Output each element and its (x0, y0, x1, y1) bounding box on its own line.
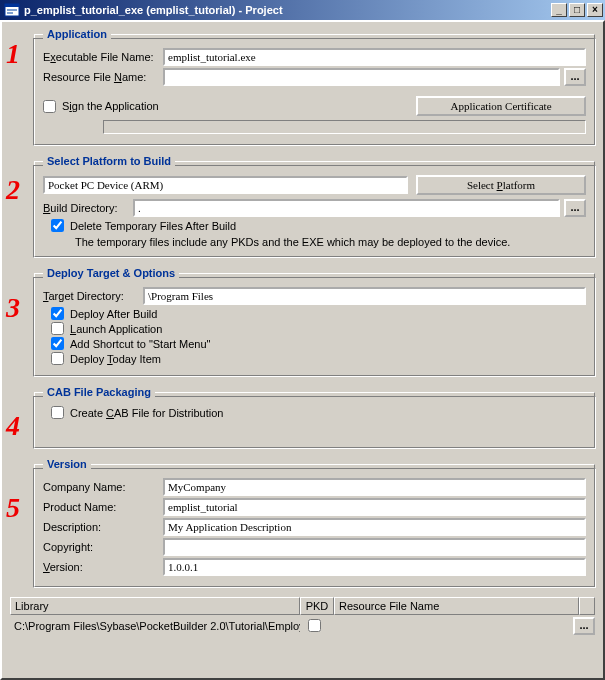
row-browse-button[interactable]: ... (573, 617, 595, 635)
deploy-after-label: Deploy After Build (70, 308, 157, 320)
annotation-5: 5 (6, 492, 20, 524)
create-cab-label: Create CAB File for Distribution (70, 407, 223, 419)
sign-progress (103, 120, 586, 134)
table-row[interactable]: C:\Program Files\Sybase\PocketBuilder 2.… (10, 615, 595, 637)
product-label: Product Name: (43, 501, 163, 513)
desc-label: Description: (43, 521, 163, 533)
target-dir-label: Target Directory: (43, 290, 143, 302)
close-button[interactable]: × (587, 3, 603, 17)
cell-resource (334, 624, 573, 628)
delete-temp-label: Delete Temporary Files After Build (70, 220, 236, 232)
today-label: Deploy Today Item (70, 353, 161, 365)
build-dir-browse-button[interactable]: ... (564, 199, 586, 217)
version-input[interactable] (163, 558, 586, 576)
sign-app-checkbox[interactable] (43, 100, 56, 113)
minimize-button[interactable]: _ (551, 3, 567, 17)
create-cab-checkbox[interactable] (51, 406, 64, 419)
platform-group: Select Platform to Build Select Platform… (34, 155, 595, 257)
cell-pkd-checkbox[interactable] (308, 619, 321, 632)
launch-app-checkbox[interactable] (51, 322, 64, 335)
temp-note: The temporary files include any PKDs and… (43, 236, 586, 248)
svg-rect-1 (5, 4, 19, 7)
exe-file-input[interactable] (163, 48, 586, 66)
target-dir-input[interactable] (143, 287, 586, 305)
deploy-legend: Deploy Target & Options (43, 267, 179, 279)
maximize-button[interactable]: □ (569, 3, 585, 17)
desc-input[interactable] (163, 518, 586, 536)
resource-browse-button[interactable]: ... (564, 68, 586, 86)
resource-file-input[interactable] (163, 68, 560, 86)
sign-app-label: Sign the Application (62, 100, 159, 112)
launch-app-label: Launch Application (70, 323, 162, 335)
copyright-label: Copyright: (43, 541, 163, 553)
application-legend: Application (43, 28, 111, 40)
app-certificate-button[interactable]: Application Certificate (416, 96, 586, 116)
platform-display (43, 176, 408, 194)
version-label: Version: (43, 561, 163, 573)
th-resource[interactable]: Resource File Name (334, 597, 579, 615)
version-group: Version Company Name: Product Name: Desc… (34, 458, 595, 587)
delete-temp-checkbox[interactable] (51, 219, 64, 232)
annotation-2: 2 (6, 174, 20, 206)
product-input[interactable] (163, 498, 586, 516)
th-pkd[interactable]: PKD (300, 597, 334, 615)
annotation-4: 4 (6, 410, 20, 442)
resource-file-label: Resource File Name: (43, 71, 163, 83)
application-group: Application Executable File Name: Resour… (34, 28, 595, 145)
exe-file-label: Executable File Name: (43, 51, 163, 63)
copyright-input[interactable] (163, 538, 586, 556)
build-dir-input[interactable] (133, 199, 560, 217)
shortcut-checkbox[interactable] (51, 337, 64, 350)
th-library[interactable]: Library (10, 597, 300, 615)
select-platform-button[interactable]: Select Platform (416, 175, 586, 195)
window-title: p_emplist_tutorial_exe (emplist_tutorial… (24, 4, 283, 16)
svg-rect-2 (7, 9, 17, 11)
platform-legend: Select Platform to Build (43, 155, 175, 167)
annotation-3: 3 (6, 292, 20, 324)
deploy-group: Deploy Target & Options Target Directory… (34, 267, 595, 376)
th-tail (579, 597, 595, 615)
title-bar: p_emplist_tutorial_exe (emplist_tutorial… (0, 0, 605, 20)
client-area: 1 2 3 4 5 Application Executable File Na… (0, 20, 605, 680)
build-dir-label: Build Directory: (43, 202, 133, 214)
cab-group: CAB File Packaging Create CAB File for D… (34, 386, 595, 448)
version-legend: Version (43, 458, 91, 470)
shortcut-label: Add Shortcut to "Start Menu" (70, 338, 211, 350)
app-icon (4, 2, 20, 18)
library-table: Library PKD Resource File Name C:\Progra… (10, 597, 595, 637)
deploy-after-checkbox[interactable] (51, 307, 64, 320)
annotation-1: 1 (6, 38, 20, 70)
svg-rect-3 (7, 12, 13, 14)
company-input[interactable] (163, 478, 586, 496)
cab-legend: CAB File Packaging (43, 386, 155, 398)
today-checkbox[interactable] (51, 352, 64, 365)
cell-path: C:\Program Files\Sybase\PocketBuilder 2.… (10, 618, 300, 634)
company-label: Company Name: (43, 481, 163, 493)
